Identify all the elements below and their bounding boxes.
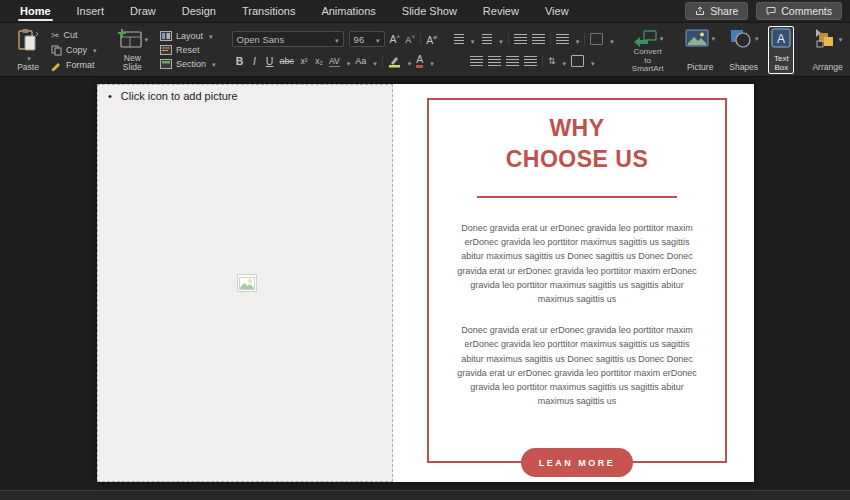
new-slide-icon [117,28,143,50]
align-left-button[interactable] [470,56,483,66]
justify-button[interactable] [524,56,537,66]
align-center-button[interactable] [488,56,501,66]
bullets-caret[interactable] [469,30,475,48]
share-icon [695,6,705,16]
arrange-caret[interactable] [837,35,843,44]
subscript-button[interactable]: x₂ [314,56,324,66]
case-caret[interactable] [371,52,377,70]
tab-view[interactable]: View [533,1,581,22]
tab-slide-show[interactable]: Slide Show [390,1,469,22]
tab-transitions[interactable]: Transitions [230,1,307,22]
title-divider [477,196,677,198]
insert-picture-icon[interactable] [237,274,257,292]
bullets-button[interactable] [454,34,464,44]
shrink-font-button[interactable]: A˅ [405,34,415,45]
tab-review[interactable]: Review [471,1,531,22]
highlight-caret[interactable] [406,52,412,70]
smartart-caret[interactable] [658,34,664,43]
numbering-button[interactable] [482,34,492,44]
copy-label: Copy [66,45,87,55]
font-name-value: Open Sans [237,34,285,45]
picture-button[interactable]: Picture [681,26,719,74]
comments-button[interactable]: Comments [756,2,842,20]
section-dropdown-caret[interactable] [210,59,216,69]
tab-home[interactable]: Home [8,1,63,22]
paste-button[interactable]: Paste [13,26,43,74]
superscript-button[interactable]: x² [299,56,309,66]
shapes-label: Shapes [729,63,758,72]
copy-dropdown-caret[interactable] [91,45,97,55]
picture-label: Picture [687,63,713,72]
underline-button[interactable]: U [265,55,275,67]
italic-button[interactable]: I [250,55,260,67]
highlight-color-button[interactable] [388,55,401,68]
text-direction-caret[interactable] [561,52,567,70]
spacing-caret[interactable] [345,52,351,70]
align-right-button[interactable] [506,56,519,66]
layout-icon [160,31,172,41]
font-group: Open Sans 96 A˄ A˅ A⌀ B I U abc x² x₂ AV… [225,26,444,74]
tab-animations[interactable]: Animations [309,1,387,22]
text-direction-button[interactable]: ⇅ [548,56,556,66]
picture-placeholder[interactable]: • Click icon to add picture [97,84,393,482]
tab-draw[interactable]: Draw [118,1,168,22]
reset-button[interactable]: Reset [158,44,218,56]
title-line-1: WHY [549,115,604,141]
columns-button[interactable] [590,33,603,45]
bold-button[interactable]: B [235,55,245,67]
new-slide-button[interactable]: New Slide [113,26,153,74]
body-paragraph-2[interactable]: Donec gravida erat ur erDonec gravida le… [453,323,701,408]
clear-formatting-button[interactable]: A⌀ [426,33,437,46]
shapes-caret[interactable] [753,34,759,43]
slides-group: New Slide Layout Reset Section [106,26,225,74]
decrease-indent-button[interactable] [514,34,527,44]
grow-font-button[interactable]: A˄ [390,33,401,45]
comment-icon [766,6,776,16]
layout-button[interactable]: Layout [158,30,218,42]
new-slide-dropdown-caret[interactable] [143,35,149,44]
smartart-label-1: Convert to [634,47,662,65]
increase-indent-button[interactable] [532,34,545,44]
slide-title[interactable]: WHY CHOOSE US [429,113,725,175]
align-text-caret[interactable] [589,52,595,70]
shapes-button[interactable]: Shapes [725,26,763,74]
comments-label: Comments [781,5,832,17]
numbering-caret[interactable] [497,30,503,48]
layout-label: Layout [176,31,203,41]
section-button[interactable]: Section [158,58,218,70]
format-label: Format [66,60,95,70]
reset-label: Reset [176,45,200,55]
format-painter-button[interactable]: Format [49,59,99,72]
lean-more-button[interactable]: LEAN MORE [521,448,633,477]
convert-smartart-button[interactable]: Convert to SmartArt [628,26,668,74]
font-size-select[interactable]: 96 [349,31,385,47]
font-color-button[interactable]: A [416,54,423,68]
arrange-button[interactable]: Arrange [808,26,846,74]
align-text-button[interactable] [571,55,584,67]
picture-caret[interactable] [709,34,715,43]
line-spacing-caret[interactable] [574,30,580,48]
tab-insert[interactable]: Insert [65,1,117,22]
share-button[interactable]: Share [685,2,748,20]
cut-button[interactable]: ✂ Cut [49,29,99,42]
tab-design[interactable]: Design [170,1,228,22]
change-case-button[interactable]: Aa [355,56,366,66]
body-paragraph-1[interactable]: Donec gravida erat ur erDonec gravida le… [453,221,701,306]
font-name-select[interactable]: Open Sans [232,31,344,47]
cut-label: Cut [63,30,77,40]
font-color-caret[interactable] [428,52,434,70]
character-spacing-button[interactable]: AV [329,56,340,67]
copy-button[interactable]: Copy [49,44,99,57]
content-text-box[interactable]: WHY CHOOSE US Donec gravida erat ur erDo… [427,98,727,463]
font-name-caret [333,34,339,45]
share-label: Share [710,5,738,17]
copy-icon [51,45,62,56]
strikethrough-button[interactable]: abc [280,56,295,66]
text-box-button[interactable]: A Text Box [768,26,794,74]
layout-dropdown-caret[interactable] [207,31,213,41]
columns-caret[interactable] [608,30,614,48]
slide[interactable]: • Click icon to add picture WHY CHOOSE U… [97,84,754,482]
line-spacing-button[interactable] [556,34,569,44]
section-icon [160,59,172,69]
picture-placeholder-prompt: • Click icon to add picture [108,90,238,102]
